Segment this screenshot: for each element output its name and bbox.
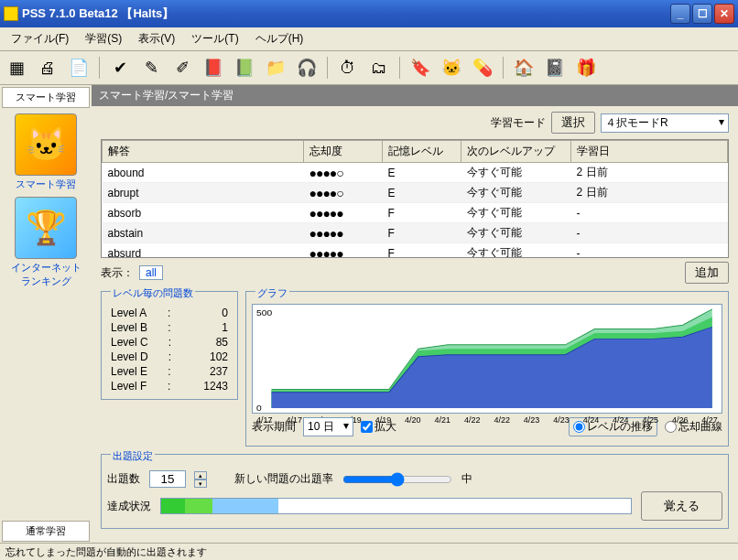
tool-passport-icon[interactable]: 📓 [542, 55, 568, 81]
tool-folder-icon[interactable]: 📁 [263, 55, 288, 81]
progress-bar [160, 498, 632, 514]
sidebar-tab-normal[interactable]: 通常学習 [2, 521, 90, 542]
tool-pill-icon[interactable]: 💊 [470, 55, 495, 81]
tool-book1-icon[interactable]: 📕 [201, 55, 226, 81]
levels-title: レベル毎の問題数 [111, 286, 195, 300]
maximize-button[interactable]: ☐ [692, 4, 712, 24]
level-row: Level E:237 [107, 364, 232, 379]
minimize-button[interactable]: _ [670, 4, 690, 24]
tool-audio-icon[interactable]: 🎧 [294, 55, 320, 81]
study-button[interactable]: 覚える [641, 491, 722, 521]
menu-help[interactable]: ヘルプ(H) [248, 29, 311, 48]
tool-pencil1-icon[interactable]: ✎ [138, 55, 164, 81]
sidebar-ranking-icon: 🏆 [15, 197, 77, 259]
level-row: Level B:1 [107, 320, 232, 335]
tool-book2-icon[interactable]: 📗 [232, 55, 257, 81]
level-row: Level F:1243 [107, 379, 232, 393]
progress-label: 達成状況 [107, 499, 151, 514]
col-memory[interactable]: 記憶レベル [383, 141, 461, 163]
table-row[interactable]: absurd●●●●●F今すぐ可能- [103, 243, 728, 259]
tool-home-icon[interactable]: 🏠 [511, 55, 537, 81]
word-table[interactable]: 解答 忘却度 記憶レベル 次のレベルアップ 学習日 abound●●●●○E今す… [101, 139, 729, 258]
chart-area: 500 0 4/174/174/184/194/194/204/214/224/… [252, 304, 722, 414]
add-button[interactable]: 追加 [685, 262, 729, 284]
sidebar-tab-smart[interactable]: スマート学習 [2, 87, 90, 108]
svg-text:500: 500 [256, 307, 272, 318]
tool-doc-icon[interactable]: 📄 [66, 55, 92, 81]
newrate-label: 新しい問題の出題率 [234, 471, 333, 487]
level-row: Level D:102 [107, 350, 232, 364]
svg-text:0: 0 [256, 403, 262, 413]
tool-print-icon[interactable]: 🖨 [35, 55, 60, 81]
level-row: Level A:0 [107, 306, 232, 320]
count-up[interactable]: ▴ [194, 471, 207, 479]
count-input[interactable] [149, 470, 186, 488]
tool-cat-icon[interactable]: 🐱 [439, 55, 464, 81]
tool-cards-icon[interactable]: 🗂 [366, 55, 392, 81]
status-bar: 忘れてしまった問題が自動的に出題されます [0, 543, 738, 560]
breadcrumb: スマート学習/スマート学習 [92, 85, 738, 106]
table-row[interactable]: abound●●●●○E今すぐ可能2 日前 [103, 163, 728, 183]
menu-study[interactable]: 学習(S) [78, 29, 129, 48]
app-icon [4, 6, 18, 21]
period-select[interactable]: 10 日 [303, 417, 353, 436]
mode-label: 学習モード [491, 115, 546, 131]
col-next[interactable]: 次のレベルアップ [461, 141, 571, 163]
select-mode-button[interactable]: 選択 [551, 112, 595, 134]
tool-pencil2-icon[interactable]: ✐ [169, 55, 195, 81]
mode-select[interactable]: ４択モードR [601, 113, 729, 133]
menu-tools[interactable]: ツール(T) [184, 29, 245, 48]
tool-stamp-icon[interactable]: 🔖 [407, 55, 433, 81]
table-row[interactable]: absorb●●●●●F今すぐ可能- [103, 203, 728, 223]
count-down[interactable]: ▾ [194, 479, 207, 488]
table-row[interactable]: abstain●●●●●F今すぐ可能- [103, 223, 728, 243]
newrate-slider[interactable] [342, 472, 452, 487]
menu-file[interactable]: ファイル(F) [4, 29, 76, 48]
menu-view[interactable]: 表示(V) [131, 29, 182, 48]
display-label: 表示： [101, 265, 134, 281]
close-button[interactable]: ✕ [714, 4, 734, 24]
quiz-title: 出題設定 [111, 449, 155, 463]
tool-check-icon[interactable]: ✔ [107, 55, 133, 81]
newrate-value: 中 [461, 471, 472, 487]
sidebar-cat-icon: 🐱 [15, 113, 77, 176]
display-all-button[interactable]: all [139, 265, 163, 280]
tool-timer-icon[interactable]: ⏱ [335, 55, 361, 81]
level-row: Level C:85 [107, 335, 232, 350]
graph-title: グラフ [255, 286, 289, 300]
tool-grid-icon[interactable]: ▦ [4, 55, 29, 81]
col-date[interactable]: 学習日 [571, 141, 728, 163]
col-forget[interactable]: 忘却度 [304, 141, 383, 163]
tool-gift-icon[interactable]: 🎁 [573, 55, 599, 81]
count-label: 出題数 [107, 471, 140, 487]
sidebar-item-ranking[interactable]: 🏆 インターネット ランキング [2, 197, 90, 288]
table-row[interactable]: abrupt●●●●○E今すぐ可能2 日前 [103, 183, 728, 203]
window-title: PSS 7.1.0 Beta12 【Halts】 [22, 5, 670, 22]
col-answer[interactable]: 解答 [103, 141, 304, 163]
sidebar-item-smart[interactable]: 🐱 スマート学習 [2, 113, 90, 191]
